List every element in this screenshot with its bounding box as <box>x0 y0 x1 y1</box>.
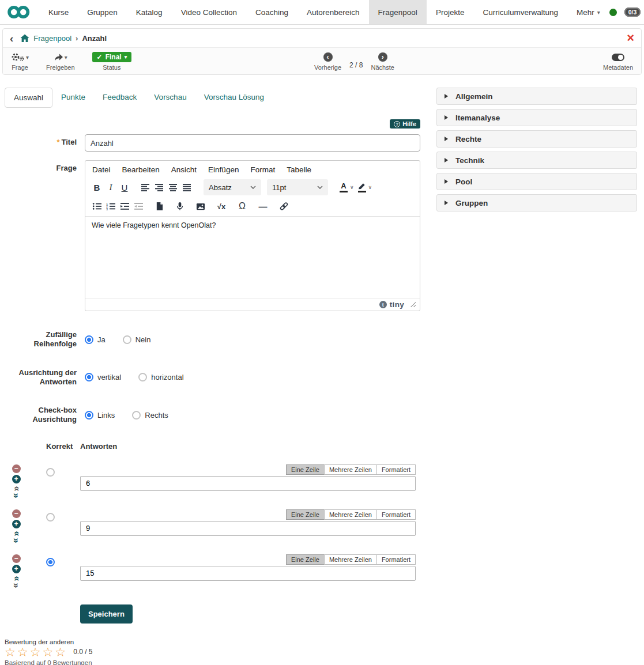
breadcrumb-link-fragenpool[interactable]: Fragenpool <box>33 34 71 43</box>
indent-button[interactable] <box>118 199 131 213</box>
tab-feedback[interactable]: Feedback <box>94 88 145 108</box>
star-icon[interactable]: ☆ <box>5 646 16 658</box>
move-down-icon[interactable]: » <box>13 536 20 545</box>
nav-item-gruppen[interactable]: Gruppen <box>78 0 127 24</box>
menu-format[interactable]: Format <box>250 165 275 174</box>
math-formula-button[interactable]: √x <box>214 199 228 213</box>
resize-handle[interactable] <box>410 302 416 307</box>
remove-answer-button[interactable]: − <box>12 509 21 518</box>
nav-item-katalog[interactable]: Katalog <box>127 0 172 24</box>
close-icon[interactable]: × <box>627 32 634 44</box>
radio-selected-icon[interactable] <box>85 335 93 344</box>
nav-item-projekte[interactable]: Projekte <box>427 0 474 24</box>
numbered-list-button[interactable]: 123 <box>104 199 118 213</box>
format-tab-formatiert[interactable]: Formatiert <box>376 554 416 565</box>
paragraph-style-select[interactable]: Absatz <box>204 179 261 195</box>
align-right-button[interactable] <box>152 180 166 194</box>
star-icon[interactable]: ☆ <box>17 646 28 658</box>
back-chevron-icon[interactable]: ‹ <box>10 33 13 44</box>
star-icon[interactable]: ☆ <box>42 646 53 658</box>
menu-ansicht[interactable]: Ansicht <box>171 165 197 174</box>
move-down-icon[interactable]: » <box>13 581 20 590</box>
save-button[interactable]: Speichern <box>80 604 133 624</box>
panel-gruppen[interactable]: Gruppen <box>436 194 637 211</box>
option-ja[interactable]: Ja <box>85 335 106 344</box>
format-tab-eine-zeile[interactable]: Eine Zeile <box>286 554 325 565</box>
remove-answer-button[interactable]: − <box>12 554 21 563</box>
add-answer-button[interactable]: + <box>12 475 21 483</box>
next-button[interactable]: › Nächste <box>371 51 394 71</box>
format-tab-formatiert[interactable]: Formatiert <box>376 509 416 520</box>
align-center-button[interactable] <box>166 180 180 194</box>
chevron-down-icon[interactable]: ∨ <box>368 184 372 190</box>
bullet-list-button[interactable] <box>90 199 104 213</box>
nav-item-autorenbereich[interactable]: Autorenbereich <box>297 0 369 24</box>
align-justify-button[interactable] <box>180 180 194 194</box>
record-audio-button[interactable] <box>173 199 187 213</box>
nav-item-video-collection[interactable]: Video Collection <box>172 0 246 24</box>
nav-item-kurse[interactable]: Kurse <box>39 0 78 24</box>
answer-input[interactable] <box>80 476 416 491</box>
menu-tabelle[interactable]: Tabelle <box>287 165 311 174</box>
menu-datei[interactable]: Datei <box>92 165 111 174</box>
help-button[interactable]: ? Hilfe <box>390 119 420 129</box>
underline-button[interactable]: U <box>118 180 131 194</box>
format-tab-formatiert[interactable]: Formatiert <box>376 464 416 475</box>
panel-rechte[interactable]: Rechte <box>436 130 637 148</box>
star-icon[interactable]: ☆ <box>30 646 41 658</box>
nav-item-coaching[interactable]: Coaching <box>246 0 297 24</box>
session-count-badge[interactable]: 0/3 <box>624 7 641 17</box>
radio-selected-icon[interactable] <box>85 411 93 420</box>
editor-content-area[interactable]: Wie viele Fragetypen kennt OpenOlat? <box>85 216 420 298</box>
previous-button[interactable]: ‹ Vorherige <box>314 51 341 71</box>
panel-allgemein[interactable]: Allgemein <box>436 88 637 105</box>
option-horizontal[interactable]: horizontal <box>138 373 183 381</box>
text-color-button[interactable]: A <box>338 180 349 194</box>
format-tab-eine-zeile[interactable]: Eine Zeile <box>286 509 325 520</box>
bold-button[interactable]: B <box>90 180 104 194</box>
radio-selected-icon[interactable] <box>85 373 93 381</box>
option-rechts[interactable]: Rechts <box>132 411 168 420</box>
tab-punkte[interactable]: Punkte <box>52 88 94 108</box>
italic-button[interactable]: I <box>104 180 118 194</box>
status-final-badge[interactable]: ✓ Final ▾ <box>92 52 132 62</box>
horizontal-rule-button[interactable]: — <box>256 199 270 213</box>
menu-bearbeiten[interactable]: Bearbeiten <box>122 165 160 174</box>
font-size-select[interactable]: 11pt <box>267 179 328 195</box>
radio-unselected-icon[interactable] <box>132 411 141 420</box>
correct-answer-radio[interactable] <box>46 513 55 522</box>
format-tab-mehrere-zeilen[interactable]: Mehrere Zeilen <box>324 509 377 520</box>
status-dropdown[interactable]: ✓ Final ▾ Status <box>92 51 132 74</box>
align-left-button[interactable] <box>138 180 152 194</box>
insert-image-button[interactable] <box>194 199 208 213</box>
radio-unselected-icon[interactable] <box>138 373 147 381</box>
correct-answer-radio[interactable] <box>46 468 55 477</box>
nav-item-mehr[interactable]: Mehr ▾ <box>567 0 609 24</box>
frage-menu-button[interactable]: ▾ Frage <box>11 51 29 74</box>
home-icon[interactable] <box>20 34 29 43</box>
nav-item-fragenpool[interactable]: Fragenpool <box>369 0 427 24</box>
format-tab-mehrere-zeilen[interactable]: Mehrere Zeilen <box>324 554 377 565</box>
option-nein[interactable]: Nein <box>123 335 151 344</box>
panel-itemanalyse[interactable]: Itemanalyse <box>436 109 637 126</box>
add-answer-button[interactable]: + <box>12 565 21 573</box>
radio-unselected-icon[interactable] <box>123 335 131 344</box>
media-file-button[interactable] <box>152 199 166 213</box>
menu-einfuegen[interactable]: Einfügen <box>208 165 239 174</box>
freigeben-menu-button[interactable]: ▾ Freigeben <box>46 51 75 74</box>
titel-input[interactable] <box>85 134 420 152</box>
tab-vorschau[interactable]: Vorschau <box>145 88 195 108</box>
answer-input[interactable] <box>80 521 416 536</box>
format-tab-mehrere-zeilen[interactable]: Mehrere Zeilen <box>324 464 377 475</box>
option-vertikal[interactable]: vertikal <box>85 373 121 381</box>
metadata-toggle[interactable]: Metadaten <box>603 51 633 71</box>
correct-answer-radio[interactable] <box>46 558 55 566</box>
answer-input[interactable] <box>80 566 416 581</box>
openolat-logo[interactable] <box>6 0 39 24</box>
option-links[interactable]: Links <box>85 411 115 420</box>
add-answer-button[interactable]: + <box>12 520 21 528</box>
insert-link-button[interactable] <box>277 199 291 213</box>
outdent-button[interactable] <box>131 199 145 213</box>
remove-answer-button[interactable]: − <box>12 464 21 473</box>
special-character-button[interactable]: Ω <box>235 199 249 213</box>
